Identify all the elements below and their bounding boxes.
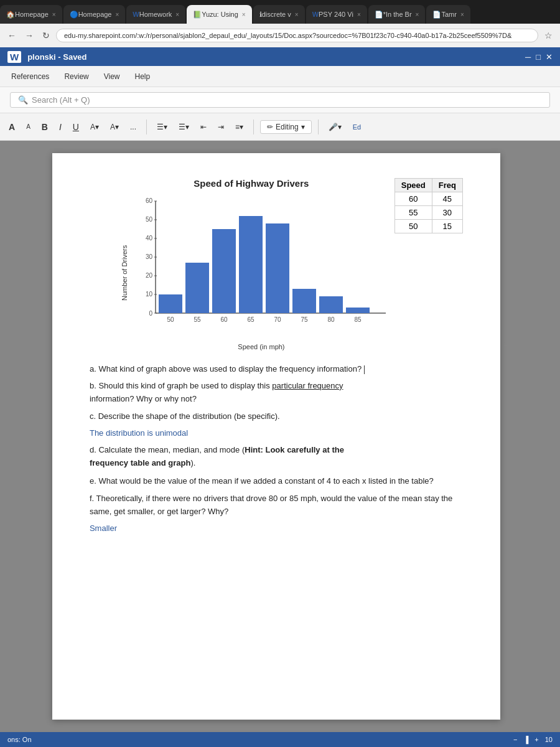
question-c: c. Describe the shape of the distributio… [90, 410, 463, 423]
address-bar: ← → ↻ edu-my.sharepoint.com/:w:/r/person… [0, 24, 560, 47]
frequency-table: Speed Freq 60 45 55 30 50 15 [394, 178, 463, 233]
minimize-button[interactable]: ─ [525, 52, 531, 62]
svg-text:60: 60 [146, 197, 153, 204]
tab-inthe[interactable]: 📄 *In the Br × [368, 5, 426, 24]
separator-1 [146, 120, 147, 134]
status-bar: ons: On − ▐ + 10 [0, 732, 560, 747]
question-f-answer: Smaller [90, 522, 463, 535]
search-bar[interactable]: 🔍 Search (Alt + Q) [10, 92, 550, 108]
tab-homepage-2[interactable]: 🔵 Homepage × [63, 5, 126, 24]
more-button[interactable]: ... [126, 121, 140, 133]
chevron-down-icon: ▾ [301, 123, 305, 131]
list-bullet-button[interactable]: ☰▾ [153, 121, 171, 133]
bar-65 [239, 216, 263, 313]
bar-85 [346, 308, 370, 313]
table-header-freq: Freq [432, 179, 462, 192]
search-icon: 🔍 [18, 95, 28, 105]
tab-close-3[interactable]: × [175, 11, 179, 18]
tab-close-8[interactable]: × [460, 11, 464, 18]
word-app: W plonski - Saved ─ □ ✕ References Revie… [0, 47, 560, 747]
window-controls: ─ □ ✕ [525, 52, 553, 62]
tab-psy[interactable]: W PSY 240 Vi × [306, 5, 367, 24]
tab-homepage-1[interactable]: 🏠 Homepage × [0, 5, 62, 24]
bar-70 [266, 223, 289, 313]
editor-button[interactable]: Ed [349, 121, 365, 133]
chart-inner: 0 10 20 30 40 50 60 [131, 195, 392, 350]
font-size-large-button[interactable]: A [5, 120, 19, 134]
italic-button[interactable]: I [55, 120, 65, 134]
chart-svg: 0 10 20 30 40 50 60 [131, 195, 392, 338]
svg-text:30: 30 [146, 253, 153, 260]
indent-increase-button[interactable]: ⇥ [214, 121, 228, 133]
close-button[interactable]: ✕ [546, 52, 553, 62]
doc-page: Speed Freq 60 45 55 30 50 15 Speed of [52, 153, 500, 720]
tab-help[interactable]: Help [129, 68, 157, 85]
y-axis-label: Number of Drivers [121, 195, 128, 350]
bold-button[interactable]: B [38, 120, 52, 134]
search-bar-container: 🔍 Search (Alt + Q) [0, 87, 560, 113]
doc-area[interactable]: Speed Freq 60 45 55 30 50 15 Speed of [0, 141, 560, 732]
tab-close-2[interactable]: × [116, 11, 119, 18]
pencil-icon: ✏ [267, 123, 273, 131]
svg-text:75: 75 [301, 316, 308, 323]
ribbon-tabs: References Review View Help [0, 66, 560, 87]
font-size-small-button[interactable]: A [22, 121, 34, 132]
tab-close-7[interactable]: × [416, 11, 419, 18]
tab-icon: W [312, 11, 319, 18]
svg-text:50: 50 [146, 216, 153, 223]
tab-discrete[interactable]: ℹ discrete v × [253, 5, 305, 24]
bar-55 [185, 263, 209, 313]
svg-text:40: 40 [146, 235, 153, 242]
svg-text:60: 60 [220, 316, 228, 323]
refresh-button[interactable]: ↻ [40, 29, 52, 42]
zoom-slider[interactable]: ▐ [524, 736, 529, 743]
page-number: 2 [504, 153, 508, 720]
tab-yuzu[interactable]: 📗 Yuzu: Using × [187, 5, 252, 24]
svg-text:65: 65 [247, 316, 254, 323]
svg-text:50: 50 [167, 316, 174, 323]
title-left: W plonski - Saved [7, 51, 87, 63]
zoom-out-button[interactable]: − [513, 736, 517, 743]
tab-icon: 🔵 [70, 11, 78, 19]
tab-references[interactable]: References [5, 68, 55, 85]
table-row: 60 45 [394, 192, 462, 206]
editing-dropdown[interactable]: ✏ Editing ▾ [260, 120, 312, 134]
bar-60 [212, 229, 236, 313]
indent-decrease-button[interactable]: ⇤ [197, 121, 210, 133]
tab-close-5[interactable]: × [295, 11, 299, 18]
x-axis-label: Speed (in mph) [131, 343, 392, 350]
dictate-button[interactable]: 🎤▾ [325, 121, 345, 133]
tab-homework[interactable]: W Homework × [126, 5, 185, 24]
tab-close-4[interactable]: × [242, 11, 246, 18]
question-e: e. What would be the value of the mean i… [90, 475, 463, 488]
tab-view[interactable]: View [98, 68, 126, 85]
tab-close-6[interactable]: × [357, 11, 361, 18]
tab-icon: W [133, 11, 139, 18]
url-input[interactable]: edu-my.sharepoint.com/:w:/r/personal/sja… [56, 29, 538, 42]
tab-review[interactable]: Review [58, 68, 95, 85]
tab-icon: 📗 [193, 11, 202, 19]
bar-75 [292, 289, 316, 313]
tab-icon: 📄 [432, 11, 441, 19]
align-button[interactable]: ≡▾ [231, 121, 247, 133]
table-header-speed: Speed [394, 179, 432, 192]
maximize-button[interactable]: □ [536, 52, 541, 62]
list-number-button[interactable]: ☰▾ [175, 121, 193, 133]
forward-button[interactable]: → [22, 29, 36, 42]
highlight-button[interactable]: A▾ [106, 121, 123, 133]
app-title-bar: W plonski - Saved ─ □ ✕ [0, 47, 560, 66]
back-button[interactable]: ← [5, 29, 19, 42]
status-right: − ▐ + 10 [513, 736, 553, 743]
tab-tamr[interactable]: 📄 Tamr × [426, 5, 470, 24]
separator-3 [318, 120, 319, 134]
favorites-button[interactable]: ☆ [542, 29, 555, 42]
underline-button[interactable]: U [69, 120, 83, 134]
underline-text: particular frequency [272, 381, 343, 390]
status-left: ons: On [7, 736, 32, 743]
tab-close[interactable]: × [52, 11, 56, 18]
chart-wrap: Number of Drivers 0 10 20 [121, 195, 382, 350]
zoom-level: 10 [545, 736, 553, 743]
zoom-in-button[interactable]: + [534, 736, 538, 743]
table-row: 50 15 [394, 220, 462, 233]
color-button[interactable]: A▾ [86, 121, 103, 133]
